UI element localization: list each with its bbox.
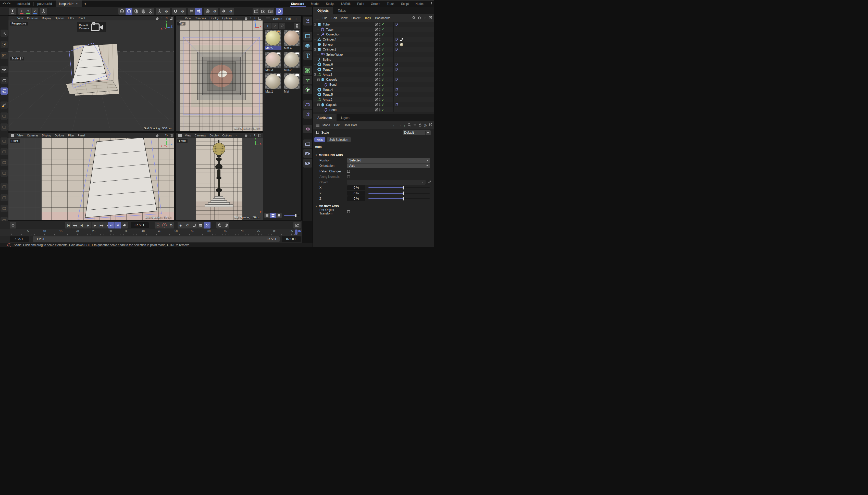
axis-lock-y[interactable]: Y xyxy=(25,8,31,15)
text-primitive-button[interactable] xyxy=(303,51,312,60)
enabled-check-icon[interactable]: ✓ xyxy=(381,98,385,102)
enabled-check-icon[interactable]: ✓ xyxy=(381,48,385,51)
viewport-menu-view[interactable]: View xyxy=(183,134,193,137)
spline-pen-button[interactable] xyxy=(303,17,312,25)
grid-view-button[interactable] xyxy=(270,213,276,218)
phong-tag-icon[interactable] xyxy=(395,43,399,47)
orbit-icon[interactable]: ↻ xyxy=(165,134,168,137)
pick-material-button[interactable] xyxy=(279,23,285,29)
editor-toggle-icon[interactable] xyxy=(375,33,378,36)
visibility-dots[interactable] xyxy=(379,78,380,81)
visibility-dots[interactable] xyxy=(379,53,380,56)
enabled-check-icon[interactable]: ✓ xyxy=(381,88,385,91)
toggle-viewport-icon[interactable] xyxy=(258,134,262,137)
attribute-menu-user-data[interactable]: User Data xyxy=(341,123,360,127)
visibility-dots[interactable] xyxy=(379,98,380,101)
render-to-picture-viewer-icon[interactable] xyxy=(260,8,267,15)
phong-tag-icon[interactable] xyxy=(395,103,399,107)
viewport-menu-cameras[interactable]: Cameras xyxy=(193,134,208,137)
editor-toggle-icon[interactable] xyxy=(375,23,378,26)
tab-attributes[interactable]: Attributes xyxy=(313,114,336,121)
range-grip[interactable] xyxy=(34,237,35,241)
live-selection-tool[interactable] xyxy=(1,41,8,48)
viewport-menu-[interactable]: › xyxy=(234,17,238,20)
key-parameters-icon[interactable] xyxy=(198,222,204,228)
enabled-check-icon[interactable]: ✓ xyxy=(381,53,385,56)
key-psr-icon[interactable]: ◈ xyxy=(178,222,184,228)
viewport-menu-filter[interactable]: Filter xyxy=(66,17,76,20)
layout-tab-paint[interactable]: Paint xyxy=(354,1,367,7)
editor-toggle-icon[interactable] xyxy=(375,53,378,56)
set-keyframe-button[interactable] xyxy=(10,222,16,228)
material-size-slider[interactable] xyxy=(284,215,300,216)
phong-tag-icon[interactable] xyxy=(395,78,399,81)
phong-tag-icon[interactable] xyxy=(395,63,399,66)
enabled-check-icon[interactable]: ✓ xyxy=(381,23,385,26)
move-tool[interactable] xyxy=(1,66,8,73)
object-menu-view[interactable]: View xyxy=(339,16,350,20)
scene-axis-button[interactable] xyxy=(303,110,312,119)
bevel-tool[interactable] xyxy=(1,148,8,155)
editor-toggle-icon[interactable] xyxy=(375,43,378,46)
field-object-button[interactable] xyxy=(303,85,312,94)
expander-icon[interactable]: – xyxy=(314,99,316,101)
home-icon[interactable] xyxy=(418,16,421,20)
editor-toggle-icon[interactable] xyxy=(375,63,378,66)
object-row-sphere[interactable]: Sphere✓ xyxy=(313,42,434,47)
axis-lock-x[interactable]: X xyxy=(18,8,25,15)
editor-toggle-icon[interactable] xyxy=(375,28,378,31)
phong-tag-icon[interactable] xyxy=(395,68,399,71)
attr-slider[interactable] xyxy=(368,193,430,194)
axis-mode-icon[interactable] xyxy=(156,8,163,15)
dolly-icon[interactable]: ↕ xyxy=(249,134,253,137)
visibility-dots[interactable] xyxy=(379,103,380,106)
enable-snap-icon[interactable] xyxy=(172,8,179,15)
visibility-dots[interactable] xyxy=(379,58,380,61)
search-icon[interactable] xyxy=(412,16,416,20)
layout-tab-sculpt[interactable]: Sculpt xyxy=(322,1,337,7)
editor-toggle-icon[interactable] xyxy=(375,78,378,81)
stage-object-button[interactable] xyxy=(303,139,312,148)
redo-icon[interactable]: ↷ xyxy=(7,2,11,6)
material-mat-3[interactable]: Mat.3 xyxy=(265,52,282,72)
list-view-button[interactable] xyxy=(264,213,270,218)
object-row-torus-5[interactable]: Torus.5✓ xyxy=(313,92,434,98)
motion-camera-button[interactable] xyxy=(303,159,312,168)
phong-tag-icon[interactable] xyxy=(395,38,399,41)
spline-pen-tool[interactable] xyxy=(1,102,8,109)
interactive-render-region-button[interactable] xyxy=(276,8,283,15)
subdivision-surface-button[interactable] xyxy=(303,66,312,75)
editor-toggle-icon[interactable] xyxy=(375,48,378,51)
key-position-icon[interactable] xyxy=(191,222,197,228)
search-icon[interactable] xyxy=(408,123,411,127)
visibility-dots[interactable] xyxy=(379,38,380,41)
layout-tab-model[interactable]: Model xyxy=(308,1,323,7)
visibility-dots[interactable] xyxy=(379,83,380,86)
layout-tab-track[interactable]: Track xyxy=(383,1,398,7)
viewport-menu-icon[interactable] xyxy=(178,135,182,136)
camera-object-button[interactable] xyxy=(303,149,312,158)
material-thumbnail[interactable] xyxy=(284,73,300,89)
pan-icon[interactable] xyxy=(244,16,248,20)
expander-icon[interactable]: – xyxy=(317,79,320,81)
viewport-menu-icon[interactable] xyxy=(11,135,14,136)
enabled-check-icon[interactable]: ✓ xyxy=(381,63,385,66)
viewport-right-canvas[interactable]: Right Y Z X Grid Spacing : 50 cm xyxy=(9,138,174,220)
material-mat-4[interactable]: Mat.4 xyxy=(283,30,301,50)
layout-tab-groom[interactable]: Groom xyxy=(367,1,383,7)
add-material-button[interactable]: + xyxy=(264,23,271,29)
dolly-icon[interactable]: ↕ xyxy=(160,16,164,20)
viewport-menu-options[interactable]: Options xyxy=(220,134,234,137)
viewport-menu-icon[interactable] xyxy=(178,18,182,18)
attr-tab-soft-selection[interactable]: Soft Selection xyxy=(327,137,351,142)
material-menu-[interactable]: › xyxy=(294,17,299,21)
editor-toggle-icon[interactable] xyxy=(375,58,378,61)
current-frame-field[interactable]: 87.50 F xyxy=(131,222,149,228)
active-tool-scale-icon[interactable] xyxy=(9,8,16,15)
orbit-icon[interactable]: ↻ xyxy=(165,16,168,20)
go-to-start-button[interactable]: |◀ xyxy=(65,222,71,228)
layer-stack-tool[interactable] xyxy=(1,205,8,212)
object-row-bend[interactable]: Bend✓ xyxy=(313,82,434,87)
enabled-check-icon[interactable]: ✓ xyxy=(381,28,385,31)
dolly-icon[interactable]: ↕ xyxy=(249,16,253,20)
